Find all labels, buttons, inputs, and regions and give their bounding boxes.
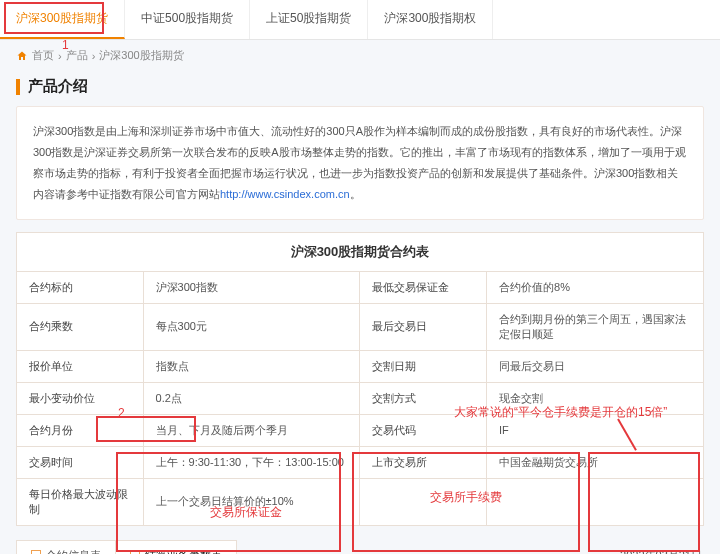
spec-label: 合约标的: [17, 271, 144, 303]
contract-spec-table: 沪深300股指期货合约表 合约标的沪深300指数最低交易保证金合约价值的8%合约…: [16, 232, 704, 526]
tab-sse50-futures[interactable]: 上证50股指期货: [250, 0, 368, 39]
top-tabs: 沪深300股指期货 中证500股指期货 上证50股指期货 沪深300股指期权: [0, 0, 720, 40]
sub-tabs: 合约信息表 结算业务参数表 2022年03月21日: [16, 540, 704, 554]
annotation-fee: 交易所手续费: [430, 489, 502, 506]
spec-value: 合约价值的8%: [487, 271, 704, 303]
subtab-settlement-params[interactable]: 结算业务参数表: [115, 540, 237, 554]
spec-label: 报价单位: [17, 350, 144, 382]
spec-caption: 沪深300股指期货合约表: [16, 232, 704, 271]
accent-bar: [16, 79, 20, 95]
annotation-quote: 大家常说的“平今仓手续费是开仓的15倍”: [454, 404, 667, 421]
spec-label: 最低交易保证金: [360, 271, 487, 303]
spec-label: 合约乘数: [17, 303, 144, 350]
annotation-number-2: 2: [118, 406, 125, 420]
home-icon: [16, 50, 28, 62]
spec-label: 最后交易日: [360, 303, 487, 350]
intro-paragraph: 沪深300指数是由上海和深圳证券市场中市值大、流动性好的300只A股作为样本编制…: [16, 106, 704, 220]
section-title: 产品介绍: [28, 77, 88, 96]
spec-value: 0.2点: [143, 382, 360, 414]
square-icon: [130, 550, 140, 554]
spec-value: 上午：9:30-11:30，下午：13:00-15:00: [143, 446, 360, 478]
tab-hs300-futures[interactable]: 沪深300股指期货: [0, 0, 125, 39]
csindex-link[interactable]: http://www.csindex.com.cn: [220, 188, 350, 200]
crumb-home[interactable]: 首页: [32, 48, 54, 63]
breadcrumb: 首页 › 产品 › 沪深300股指期货: [0, 40, 720, 71]
square-icon: [31, 550, 41, 554]
date-label: 2022年03月21日: [620, 548, 704, 554]
crumb-current: 沪深300股指期货: [99, 48, 183, 63]
annotation-margin: 交易所保证金: [210, 504, 282, 521]
spec-value: 合约到期月份的第三个周五，遇国家法定假日顺延: [487, 303, 704, 350]
spec-value: 当月、下月及随后两个季月: [143, 414, 360, 446]
spec-label: 上市交易所: [360, 446, 487, 478]
section-header: 产品介绍: [0, 71, 720, 106]
tab-hs300-options[interactable]: 沪深300股指期权: [368, 0, 493, 39]
spec-label: 每日价格最大波动限制: [17, 478, 144, 525]
tab-csi500-futures[interactable]: 中证500股指期货: [125, 0, 250, 39]
spec-value: 中国金融期货交易所: [487, 446, 704, 478]
spec-value: [487, 478, 704, 525]
spec-label: 交易时间: [17, 446, 144, 478]
spec-value: 每点300元: [143, 303, 360, 350]
annotation-number-1: 1: [62, 38, 69, 52]
spec-label: 交割日期: [360, 350, 487, 382]
subtab-contract-info[interactable]: 合约信息表: [16, 540, 116, 554]
spec-value: 指数点: [143, 350, 360, 382]
spec-value: 同最后交易日: [487, 350, 704, 382]
spec-value: 沪深300指数: [143, 271, 360, 303]
